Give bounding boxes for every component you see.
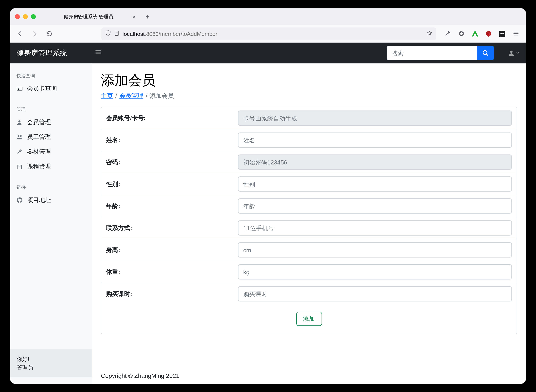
sidebar-item-users[interactable]: 员工管理 <box>10 130 92 145</box>
sidebar: 快速查询会员卡查询管理会员管理员工管理器材管理课程管理链接项目地址 你好! 管理… <box>10 63 92 384</box>
sidebar-item-id-card[interactable]: 会员卡查询 <box>10 81 92 96</box>
forward-button[interactable] <box>28 28 41 40</box>
form-input-1[interactable] <box>238 133 512 148</box>
browser-window: 健身房管理系统-管理员 × + localhost:8080/member/to… <box>10 8 526 384</box>
form-input-4[interactable] <box>238 198 512 214</box>
form-label: 联系方式 <box>106 224 238 232</box>
form-row: 性别 <box>101 173 517 195</box>
form-input-0 <box>238 111 512 126</box>
breadcrumb-item[interactable]: 主页 <box>101 92 113 99</box>
breadcrumb-separator: / <box>146 92 148 99</box>
shield-icon <box>105 30 111 37</box>
form-input-3[interactable] <box>238 176 512 191</box>
form-label: 购买课时 <box>106 290 238 298</box>
body-row: 快速查询会员卡查询管理会员管理员工管理器材管理课程管理链接项目地址 你好! 管理… <box>10 63 526 384</box>
form-label: 身高 <box>106 246 238 254</box>
svg-point-9 <box>18 120 20 122</box>
search-button[interactable] <box>477 46 494 60</box>
ext-dark-icon[interactable] <box>496 28 508 40</box>
close-tab-icon[interactable]: × <box>132 14 136 20</box>
sidebar-item-label: 员工管理 <box>27 133 51 141</box>
svg-rect-2 <box>499 30 505 37</box>
breadcrumb-item[interactable]: 会员管理 <box>119 92 143 99</box>
browser-tab-strip: 健身房管理系统-管理员 × + <box>10 8 526 25</box>
user-icon <box>17 119 23 125</box>
form-label: 年龄 <box>106 202 238 210</box>
browser-tab[interactable]: 健身房管理系统-管理员 × <box>60 10 140 23</box>
sidebar-item-github[interactable]: 项目地址 <box>10 193 92 208</box>
minimize-window-button[interactable] <box>23 14 28 19</box>
breadcrumb-item: 添加会员 <box>150 92 174 99</box>
form-label: 体重 <box>106 268 238 276</box>
page-title: 添加会员 <box>101 71 517 90</box>
window-controls <box>15 14 36 19</box>
user-icon <box>508 50 515 56</box>
form-input-5[interactable] <box>238 220 512 236</box>
settings-wrench-icon[interactable] <box>442 28 454 40</box>
svg-text:u: u <box>488 32 489 36</box>
chevron-down-icon <box>516 51 519 55</box>
browser-toolbar: localhost:8080/member/toAddMember u <box>10 25 526 42</box>
sidebar-item-label: 会员卡查询 <box>27 85 57 93</box>
svg-point-10 <box>18 135 19 137</box>
ext-green-icon[interactable] <box>469 28 481 40</box>
submit-button[interactable]: 添加 <box>296 312 322 326</box>
search-input[interactable] <box>387 46 477 60</box>
svg-point-8 <box>18 88 19 89</box>
form-actions: 添加 <box>101 305 517 334</box>
form-input-6[interactable] <box>238 242 512 257</box>
breadcrumb: 主页/会员管理/添加会员 <box>101 92 517 100</box>
reload-button[interactable] <box>43 28 55 40</box>
sidebar-footer: 你好! 管理员 <box>10 350 92 378</box>
search-group <box>387 46 494 60</box>
sidebar-item-label: 器材管理 <box>27 148 51 156</box>
back-button[interactable] <box>14 28 26 40</box>
form-label: 密码 <box>106 158 238 166</box>
tab-title: 健身房管理系统-管理员 <box>64 13 129 20</box>
new-tab-button[interactable]: + <box>143 13 152 21</box>
calendar-icon <box>17 164 23 169</box>
form-input-8[interactable] <box>238 286 512 301</box>
form-row: 年龄 <box>101 195 517 217</box>
form-row: 会员账号/卡号 <box>101 107 517 129</box>
form-label: 会员账号/卡号 <box>106 114 238 122</box>
extensions-icon[interactable] <box>456 28 467 40</box>
role-text: 管理员 <box>17 364 86 372</box>
sidebar-item-calendar[interactable]: 课程管理 <box>10 159 92 174</box>
svg-rect-12 <box>17 165 21 169</box>
form-label: 姓名 <box>106 136 238 144</box>
copyright-footer: Copyright © ZhangMing 2021 <box>101 367 517 379</box>
sidebar-item-label: 项目地址 <box>27 196 51 204</box>
sidebar-item-label: 课程管理 <box>27 163 51 170</box>
form-input-2 <box>238 154 512 169</box>
close-window-button[interactable] <box>15 14 20 19</box>
sidebar-toggle-button[interactable] <box>95 49 101 57</box>
users-icon <box>17 134 23 140</box>
hamburger-icon <box>95 49 101 55</box>
sidebar-item-label: 会员管理 <box>27 119 51 126</box>
maximize-window-button[interactable] <box>31 14 36 19</box>
svg-point-3 <box>500 33 502 34</box>
form-row: 联系方式 <box>101 217 517 239</box>
github-icon <box>17 197 23 203</box>
greeting-text: 你好! <box>17 355 86 364</box>
svg-rect-7 <box>17 87 22 91</box>
address-bar[interactable]: localhost:8080/member/toAddMember <box>101 27 436 40</box>
form-label: 性别 <box>106 180 238 188</box>
user-dropdown[interactable] <box>508 50 519 56</box>
bookmark-star-icon[interactable] <box>426 30 432 37</box>
sidebar-item-user[interactable]: 会员管理 <box>10 115 92 130</box>
form-input-7[interactable] <box>238 264 512 280</box>
wrench-icon <box>17 149 23 155</box>
ext-ublock-icon[interactable]: u <box>483 28 494 40</box>
top-navbar: 健身房管理系统 <box>10 42 526 63</box>
form-row: 身高 <box>101 239 517 261</box>
sidebar-heading: 快速查询 <box>10 70 92 81</box>
app-menu-icon[interactable] <box>510 28 522 40</box>
sidebar-item-wrench[interactable]: 器材管理 <box>10 145 92 159</box>
brand-title: 健身房管理系统 <box>17 48 89 58</box>
form-row: 购买课时 <box>101 283 517 305</box>
id-card-icon <box>17 86 23 92</box>
arrow-right-icon <box>31 30 38 37</box>
svg-point-4 <box>502 33 504 34</box>
